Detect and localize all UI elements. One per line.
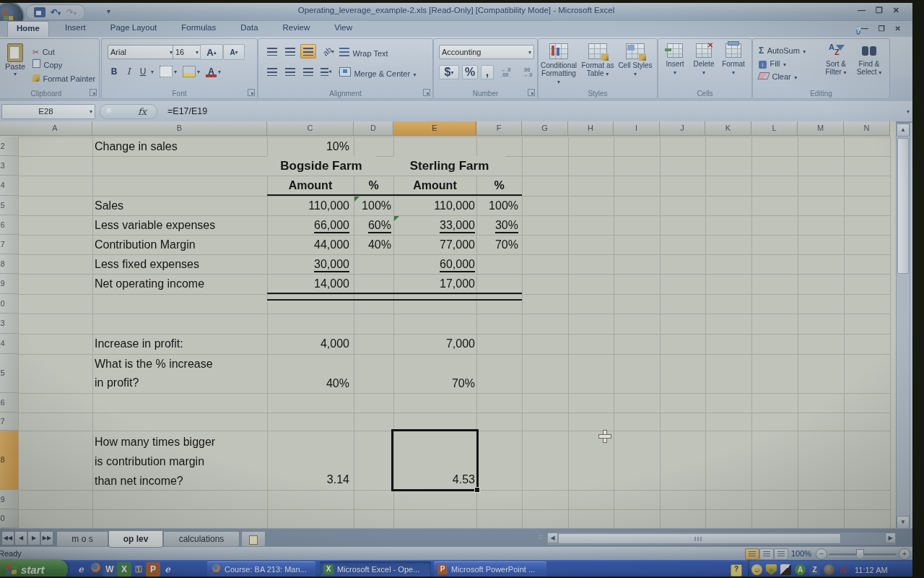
- vertical-scrollbar[interactable]: ▲ ▼: [896, 123, 910, 530]
- column-header-F[interactable]: F: [476, 121, 522, 136]
- page-layout-view-button[interactable]: [759, 548, 774, 560]
- quicklaunch-ie2-icon[interactable]: e: [160, 562, 175, 577]
- cell-E17[interactable]: 77,000: [393, 235, 477, 254]
- align-right-icon[interactable]: [300, 64, 316, 79]
- decrease-indent-icon[interactable]: ▸: [318, 64, 334, 79]
- scroll-down-icon[interactable]: ▼: [897, 516, 910, 529]
- insert-cells-button[interactable]: Insert▾: [661, 43, 689, 77]
- tab-insert[interactable]: Insert: [56, 21, 95, 37]
- cell-C14[interactable]: Amount: [267, 176, 354, 195]
- cell-B12[interactable]: Change in sales: [95, 137, 266, 156]
- column-header-L[interactable]: L: [751, 121, 798, 136]
- align-center-icon[interactable]: [282, 64, 298, 79]
- tray-audio-icon[interactable]: [824, 564, 834, 575]
- cell-B25[interactable]: What is the % increase in profit?: [95, 355, 266, 393]
- help-icon[interactable]: ?: [856, 23, 860, 36]
- page-break-view-button[interactable]: [774, 548, 788, 560]
- cell-B15[interactable]: Sales: [95, 196, 266, 215]
- tray-utility-icon[interactable]: [780, 564, 791, 575]
- zoom-in-icon[interactable]: +: [899, 548, 910, 560]
- cell-C18[interactable]: 30,000: [267, 254, 352, 274]
- row-header-28[interactable]: 28: [0, 431, 19, 490]
- cell-C12[interactable]: 10%: [267, 137, 352, 156]
- align-left-icon[interactable]: [264, 64, 280, 79]
- formula-input[interactable]: =E17/E19: [167, 106, 207, 116]
- start-button[interactable]: start: [0, 560, 68, 577]
- column-header-C[interactable]: C: [267, 121, 354, 136]
- bold-button[interactable]: B: [108, 65, 121, 78]
- cell-F16[interactable]: 30%: [476, 215, 520, 235]
- cell-C16[interactable]: 66,000: [267, 215, 352, 235]
- fill-color-icon[interactable]: [183, 66, 196, 77]
- scroll-left-icon[interactable]: ◀: [547, 532, 558, 543]
- quicklaunch-firefox-icon[interactable]: [88, 562, 103, 577]
- next-sheet-icon[interactable]: ▶: [27, 531, 40, 545]
- quicklaunch-powerpoint-icon[interactable]: P: [146, 562, 160, 577]
- workbook-restore-button[interactable]: ❐: [879, 25, 885, 33]
- font-color-icon[interactable]: A: [206, 66, 217, 77]
- sheet-tab-calculations[interactable]: calculations: [163, 531, 240, 548]
- column-header-D[interactable]: D: [354, 121, 393, 136]
- increase-decimal-icon[interactable]: ←.0.00: [497, 65, 515, 79]
- font-size-select[interactable]: 16▾: [173, 45, 201, 59]
- insert-worksheet-tab[interactable]: [241, 531, 266, 548]
- notification-icon[interactable]: ?: [731, 564, 742, 577]
- cell-C19[interactable]: 14,000: [267, 274, 352, 294]
- tab-home[interactable]: Home: [7, 21, 49, 38]
- cell-C24[interactable]: 4,000: [267, 334, 352, 354]
- minimize-button[interactable]: —: [858, 6, 866, 15]
- row-header-24[interactable]: 24: [0, 334, 19, 354]
- align-bottom-icon[interactable]: [300, 44, 316, 59]
- last-sheet-icon[interactable]: ▶▶: [40, 531, 53, 545]
- insert-function-icon[interactable]: fx: [138, 106, 147, 117]
- column-header-J[interactable]: J: [660, 121, 705, 136]
- close-button[interactable]: ✕: [893, 6, 899, 15]
- conditional-formatting-button[interactable]: Conditional Formatting ▾: [540, 43, 578, 86]
- tab-page-layout[interactable]: Page Layout: [102, 21, 166, 37]
- row-header-23[interactable]: 23: [0, 314, 19, 334]
- task-excel[interactable]: X Microsoft Excel - Ope...: [320, 561, 431, 577]
- cell-B28[interactable]: How many times bigger is contribution ma…: [95, 432, 266, 491]
- copy-button[interactable]: Copy: [32, 58, 62, 71]
- find-select-button[interactable]: Find & Select ▾: [853, 43, 886, 77]
- merge-center-button[interactable]: Merge & Center ▾: [339, 66, 417, 79]
- tab-split-handle[interactable]: [539, 535, 543, 540]
- horizontal-scroll-thumb[interactable]: [558, 533, 841, 544]
- clipboard-dialog-launcher[interactable]: [90, 89, 97, 96]
- cell-B24[interactable]: Increase in profit:: [95, 334, 266, 354]
- quicklaunch-word-icon[interactable]: W: [103, 562, 117, 577]
- cell-C13[interactable]: Bogside Farm: [267, 156, 375, 176]
- expand-formula-bar-icon[interactable]: ▾: [907, 108, 910, 115]
- tray-zone-icon[interactable]: Z: [809, 564, 820, 575]
- sheet-tab-op-lev[interactable]: op lev: [108, 530, 163, 548]
- workbook-close-button[interactable]: ✕: [895, 25, 901, 33]
- row-header-16[interactable]: 16: [0, 215, 19, 235]
- row-header-26[interactable]: 26: [0, 393, 19, 413]
- quicklaunch-excel-icon[interactable]: X: [117, 562, 131, 577]
- quicklaunch-key-icon[interactable]: ⚿: [131, 562, 146, 577]
- cell-D14[interactable]: %: [354, 176, 393, 195]
- cell-E25[interactable]: 70%: [393, 374, 477, 393]
- column-header-I[interactable]: I: [614, 121, 660, 136]
- cell-E16[interactable]: 33,000: [393, 215, 477, 235]
- cell-E19[interactable]: 17,000: [393, 274, 477, 294]
- align-top-icon[interactable]: [264, 44, 280, 59]
- paste-button[interactable]: Paste ▾: [2, 43, 28, 77]
- task-firefox-course[interactable]: Course: BA 213: Man...: [207, 561, 315, 577]
- cell-B18[interactable]: Less fixed expenses: [95, 254, 266, 274]
- vertical-scroll-thumb[interactable]: [897, 138, 909, 274]
- tray-norton-icon[interactable]: N: [838, 564, 849, 575]
- comma-style-icon[interactable]: ,: [481, 65, 494, 79]
- column-header-G[interactable]: G: [522, 121, 568, 136]
- row-header-30[interactable]: 30: [0, 509, 19, 528]
- tray-antivirus-icon[interactable]: A: [795, 564, 806, 575]
- column-header-H[interactable]: H: [568, 121, 614, 136]
- name-box-dropdown-icon[interactable]: ▾: [90, 108, 92, 115]
- cell-C17[interactable]: 44,000: [267, 235, 352, 254]
- cell-B16[interactable]: Less variable expenses: [95, 215, 266, 235]
- task-powerpoint[interactable]: P Microsoft PowerPoint ...: [434, 561, 546, 577]
- cut-button[interactable]: ✂ Cut: [32, 45, 55, 58]
- underline-dropdown[interactable]: ▾: [151, 69, 154, 75]
- row-header-18[interactable]: 18: [0, 254, 19, 274]
- cell-F15[interactable]: 100%: [476, 196, 520, 215]
